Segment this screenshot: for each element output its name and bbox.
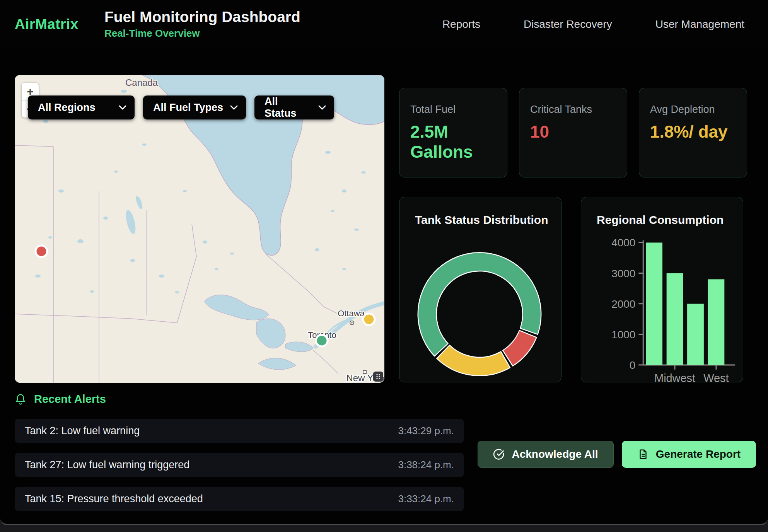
file-text-icon [637, 448, 649, 460]
stat-label: Critical Tanks [530, 104, 627, 116]
grip-dots-icon [375, 373, 381, 380]
region-filter-value: All Regions [38, 102, 96, 114]
app-panel: AirMatrix Fuel Monitoring Dashboard Real… [0, 0, 768, 525]
stat-card-total-fuel: Total Fuel 2.5M Gallons [399, 88, 507, 177]
stat-value: 1.8%/ day [650, 122, 733, 142]
regional-consumption-card: Regional Consumption 01000200030004000Mi… [581, 197, 743, 382]
tank-status-distribution-card: Tank Status Distribution [399, 197, 561, 382]
y-tick-label: 1000 [611, 329, 635, 341]
title-block: Fuel Monitoring Dashboard Real-Time Over… [104, 9, 300, 39]
stat-value: 10 [530, 122, 613, 142]
alerts-list: Tank 2: Low fuel warning 3:43:29 p.m. Ta… [15, 419, 464, 521]
generate-report-label: Generate Report [656, 448, 741, 460]
stat-value: 2.5M Gallons [410, 122, 493, 162]
y-tick-label: 4000 [611, 237, 635, 249]
chevron-down-icon [118, 105, 127, 110]
stat-label: Total Fuel [410, 104, 507, 116]
tank-marker-warning[interactable] [363, 314, 375, 325]
action-buttons: Acknowledge All Generate Report [478, 441, 756, 468]
fuel-type-filter-dropdown[interactable]: All Fuel Types [143, 95, 246, 119]
region-filter-dropdown[interactable]: All Regions [28, 95, 135, 119]
alert-message: Tank 15: Pressure threshold exceeded [25, 493, 203, 505]
alert-timestamp: 3:38:24 p.m. [398, 459, 454, 471]
stat-label: Avg Depletion [650, 104, 747, 116]
nav-item-disaster-recovery[interactable]: Disaster Recovery [524, 18, 612, 31]
donut-segment-warning [437, 345, 510, 376]
brand-logo[interactable]: AirMatrix [15, 16, 79, 32]
nav-item-user-management[interactable]: User Management [655, 18, 744, 31]
y-tick-label: 3000 [611, 268, 635, 280]
stat-card-avg-depletion: Avg Depletion 1.8%/ day [639, 88, 747, 177]
alerts-title: Recent Alerts [34, 393, 106, 406]
map-label-ottawa: Ottawa [338, 309, 365, 318]
fuel-monitoring-dashboard: AirMatrix Fuel Monitoring Dashboard Real… [0, 0, 768, 532]
tank-marker-critical[interactable] [36, 246, 47, 257]
alert-row[interactable]: Tank 27: Low fuel warning triggered 3:38… [15, 453, 464, 477]
x-tick-label: West [703, 372, 729, 382]
bar-region-2 [687, 304, 704, 365]
map[interactable]: Canada Ottawa Toronto New York + − All [15, 75, 384, 383]
bar-region-3 [708, 279, 725, 365]
map-canvas[interactable]: Canada Ottawa Toronto New York [15, 75, 384, 383]
map-filters: All Regions All Fuel Types All Status [28, 95, 334, 119]
tank-marker-normal[interactable] [316, 335, 328, 346]
page-title: Fuel Monitoring Dashboard [104, 9, 300, 25]
status-filter-value: All Status [265, 95, 312, 119]
alert-row[interactable]: Tank 2: Low fuel warning 3:43:29 p.m. [15, 419, 464, 443]
acknowledge-all-label: Acknowledge All [512, 448, 598, 460]
check-circle-icon [493, 448, 505, 460]
main-nav: Reports Disaster Recovery User Managemen… [442, 18, 744, 31]
tank-status-donut-chart [399, 197, 561, 382]
status-filter-dropdown[interactable]: All Status [254, 95, 334, 119]
bell-icon [15, 394, 26, 405]
donut-segment-critical [503, 331, 536, 366]
stat-card-critical-tanks: Critical Tanks 10 [519, 88, 627, 177]
bar-region-1 [667, 273, 683, 365]
bar-region-0 [646, 242, 662, 365]
alert-timestamp: 3:43:29 p.m. [398, 425, 454, 437]
alert-row[interactable]: Tank 15: Pressure threshold exceeded 3:3… [15, 487, 464, 511]
alerts-header: Recent Alerts [15, 393, 106, 406]
y-tick-label: 2000 [611, 298, 635, 310]
header: AirMatrix Fuel Monitoring Dashboard Real… [0, 0, 768, 49]
generate-report-button[interactable]: Generate Report [622, 441, 756, 468]
x-tick-label: Midwest [654, 372, 695, 382]
chevron-down-icon [230, 105, 238, 110]
chevron-down-icon [318, 105, 326, 110]
nav-item-reports[interactable]: Reports [442, 18, 480, 31]
page-subtitle: Real-Time Overview [104, 27, 300, 39]
acknowledge-all-button[interactable]: Acknowledge All [478, 441, 614, 468]
alert-message: Tank 27: Low fuel warning triggered [25, 459, 189, 471]
alert-timestamp: 3:33:24 p.m. [398, 493, 454, 505]
map-label-canada: Canada [125, 77, 158, 88]
ottawa-city-dot-core [351, 322, 353, 324]
chart-cards: Tank Status Distribution Regional Consum… [399, 197, 743, 382]
fuel-type-filter-value: All Fuel Types [153, 102, 223, 114]
alert-message: Tank 2: Low fuel warning [25, 425, 140, 437]
stat-cards: Total Fuel 2.5M Gallons Critical Tanks 1… [399, 88, 747, 177]
map-resize-handle[interactable] [373, 372, 383, 382]
regional-consumption-bar-chart: 01000200030004000MidwestWest [581, 197, 743, 382]
y-tick-label: 0 [630, 359, 636, 371]
